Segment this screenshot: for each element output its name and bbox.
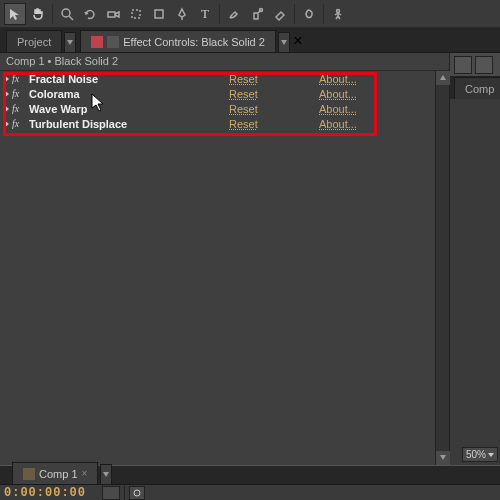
fx-icon[interactable]: fx [12,73,24,84]
right-panel-toolbar [450,53,500,77]
tab-project-menu-icon[interactable] [64,32,76,52]
effect-row[interactable]: fx Turbulent Displace Reset About... [0,116,435,131]
panel-area: Comp 1 • Black Solid 2 fx Fractal Noise … [0,53,500,465]
pan-behind-tool-icon[interactable] [125,3,147,25]
fx-icon[interactable]: fx [12,118,24,129]
svg-point-0 [62,9,70,17]
svg-rect-2 [132,10,140,18]
tab-label: Effect Controls: Black Solid 2 [123,36,265,48]
breadcrumb: Comp 1 • Black Solid 2 [0,53,449,71]
camera-tool-icon[interactable] [102,3,124,25]
zoom-tool-icon[interactable] [56,3,78,25]
svg-point-6 [134,490,140,496]
right-tool-icon[interactable] [454,56,472,74]
comp-icon [23,468,35,480]
close-icon[interactable]: × [82,468,88,479]
timeline-btn-icon[interactable] [129,486,145,500]
effect-row[interactable]: fx Fractal Noise Reset About... [0,71,435,86]
text-tool-icon[interactable]: T [194,3,216,25]
zoom-level[interactable]: 50% [462,447,498,462]
about-link[interactable]: About... [319,73,409,85]
search-icon[interactable] [102,486,120,500]
fx-icon[interactable]: fx [12,88,24,99]
tab-effect-controls[interactable]: Effect Controls: Black Solid 2 [80,30,276,52]
svg-rect-1 [108,12,115,17]
about-link[interactable]: About... [319,103,409,115]
effects-scroll-area: fx Fractal Noise Reset About... fx Color… [0,71,449,465]
timecode[interactable]: 0:00:00:00 [4,486,86,500]
effects-list: fx Fractal Noise Reset About... fx Color… [0,71,435,131]
tab-comp-timeline[interactable]: Comp 1 × [12,462,98,484]
effect-controls-panel: Comp 1 • Black Solid 2 fx Fractal Noise … [0,53,450,465]
triangle-collapsed-icon[interactable] [4,75,9,83]
effect-name: Turbulent Displace [29,118,229,130]
eraser-tool-icon[interactable] [269,3,291,25]
vertical-scrollbar[interactable] [435,71,449,465]
timeline-panel: Comp 1 × 0:00:00:00 [0,465,500,500]
chevron-down-icon [488,452,494,458]
triangle-collapsed-icon[interactable] [4,105,9,113]
triangle-collapsed-icon[interactable] [4,90,9,98]
effect-controls-icon [91,36,103,48]
puppet-tool-icon[interactable] [327,3,349,25]
effect-name: Wave Warp [29,103,229,115]
about-link[interactable]: About... [319,118,409,130]
pen-tool-icon[interactable] [171,3,193,25]
effect-name: Fractal Noise [29,73,229,85]
about-link[interactable]: About... [319,88,409,100]
rotate-tool-icon[interactable] [79,3,101,25]
fx-icon[interactable]: fx [12,103,24,114]
tab-label: Project [17,36,51,48]
tab-timeline-menu-icon[interactable] [100,464,112,484]
effect-row[interactable]: fx Colorama Reset About... [0,86,435,101]
effect-controls-icon-2 [107,36,119,48]
clone-tool-icon[interactable] [246,3,268,25]
triangle-collapsed-icon[interactable] [4,120,9,128]
zoom-value: 50% [466,449,486,460]
scroll-up-icon[interactable] [436,71,450,85]
reset-link[interactable]: Reset [229,118,319,130]
svg-rect-3 [155,10,163,18]
tab-label: Comp 1 [39,468,78,480]
brush-tool-icon[interactable] [223,3,245,25]
tab-composition[interactable]: Comp [454,77,500,99]
reset-link[interactable]: Reset [229,73,319,85]
top-toolbar: T [0,0,500,28]
reset-link[interactable]: Reset [229,88,319,100]
tab-ec-menu-icon[interactable] [278,32,290,52]
panel-tabs: Project Effect Controls: Black Solid 2 × [0,28,500,53]
mask-rect-tool-icon[interactable] [148,3,170,25]
right-tool-icon[interactable] [475,56,493,74]
hand-tool-icon[interactable] [27,3,49,25]
close-icon[interactable]: × [293,32,302,50]
effect-name: Colorama [29,88,229,100]
scroll-down-icon[interactable] [436,451,450,465]
roto-tool-icon[interactable] [298,3,320,25]
timeline-tabs: Comp 1 × [0,465,500,485]
tab-label: Comp [465,83,494,95]
tab-project[interactable]: Project [6,30,62,52]
right-panel-strip: Comp [450,53,500,465]
reset-link[interactable]: Reset [229,103,319,115]
effect-row[interactable]: fx Wave Warp Reset About... [0,101,435,116]
selection-tool-icon[interactable] [4,3,26,25]
timeline-header-row: 0:00:00:00 [0,485,500,500]
